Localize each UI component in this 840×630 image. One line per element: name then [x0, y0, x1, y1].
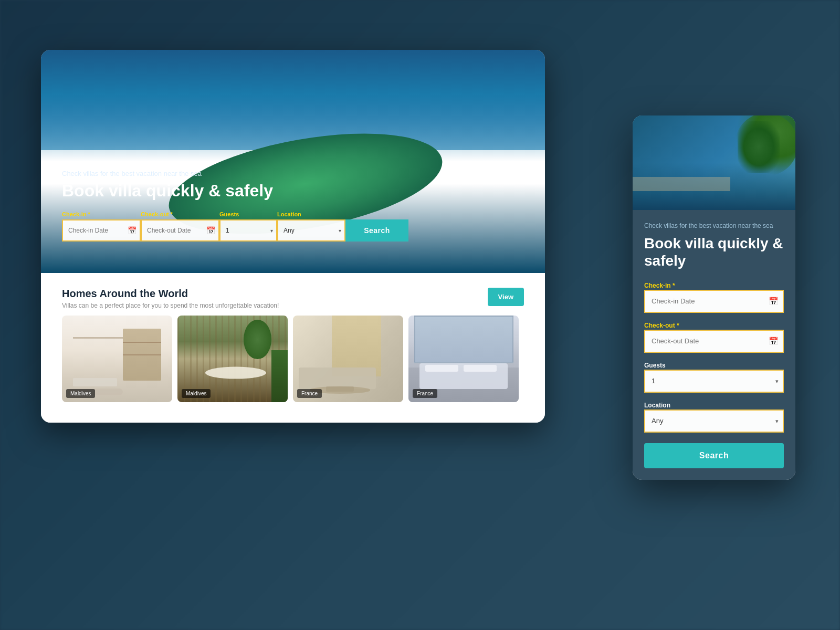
section-subtitle: Villas can be a perfect place for you to… — [62, 302, 279, 309]
hero-title: Book villa quickly & safely — [62, 181, 524, 201]
plants — [244, 320, 271, 359]
checkin-input-wrapper: 📅 — [62, 219, 141, 242]
card-location-tag: Maldives — [182, 389, 211, 398]
search-button[interactable]: Search — [345, 219, 408, 242]
guests-select[interactable]: 1 2 3 4 5+ — [219, 219, 277, 242]
floating-location-select[interactable]: Any Maldives France Italy Spain — [644, 410, 784, 433]
floating-checkout-input[interactable] — [644, 330, 784, 353]
sofa — [299, 368, 376, 389]
guests-label: Guests — [219, 211, 277, 217]
checkout-label: Check-out * — [141, 211, 219, 217]
guests-group: Guests 1 2 3 4 5+ ▾ — [219, 211, 277, 242]
checkout-input-wrapper: 📅 — [141, 219, 219, 242]
property-card[interactable]: Maldives — [62, 316, 172, 402]
floating-booking-card: Check villas for the best vacation near … — [633, 116, 795, 480]
floating-checkin-wrapper: 📅 — [644, 290, 784, 313]
outdoor-tub — [205, 366, 266, 379]
card-location-tag: Maldives — [66, 389, 95, 398]
beach-sand — [633, 177, 730, 191]
floating-subtitle: Check villas for the best vacation near … — [644, 222, 784, 230]
checkin-label: Check-in * — [62, 211, 141, 217]
section-header: Homes Around the World Villas can be a p… — [62, 288, 524, 309]
floating-guests-select-wrapper: 1 2 3 4 5+ ▾ — [644, 370, 784, 393]
property-grid: Maldives Maldives — [62, 316, 524, 402]
floating-checkout-group: Check-out * 📅 — [644, 320, 784, 353]
search-bar: Check-in * 📅 Check-out * — [62, 211, 524, 242]
floating-location-group: Location Any Maldives France Italy Spain… — [644, 400, 784, 433]
view-all-button[interactable]: View — [488, 288, 524, 306]
floating-location-label: Location — [644, 402, 670, 409]
floating-checkout-label: Check-out * — [644, 322, 679, 329]
checkin-input[interactable] — [62, 219, 141, 242]
pillow-left — [425, 365, 458, 372]
main-browser-card: Check villas for the best vacation near … — [41, 50, 545, 423]
sink — [73, 378, 117, 387]
property-card[interactable]: France — [293, 316, 403, 402]
property-card[interactable]: France — [408, 316, 519, 402]
floating-checkin-input[interactable] — [644, 290, 784, 313]
floating-guests-select[interactable]: 1 2 3 4 5+ — [644, 370, 784, 393]
location-group: Location Any Maldives France Italy Spain… — [277, 211, 345, 242]
floating-location-select-wrapper: Any Maldives France Italy Spain ▾ — [644, 410, 784, 433]
card-location-tag: France — [413, 389, 437, 398]
content-section: Homes Around the World Villas can be a p… — [41, 273, 545, 423]
floating-guests-group: Guests 1 2 3 4 5+ ▾ — [644, 360, 784, 393]
floating-checkout-wrapper: 📅 — [644, 330, 784, 353]
floating-search-button[interactable]: Search — [644, 443, 784, 468]
guests-select-wrapper: 1 2 3 4 5+ ▾ — [219, 219, 277, 242]
card-location-tag: France — [297, 389, 322, 398]
floating-guests-label: Guests — [644, 362, 666, 369]
floating-checkin-group: Check-in * 📅 — [644, 280, 784, 313]
floating-checkin-label: Check-in * — [644, 282, 675, 289]
location-select[interactable]: Any Maldives France Italy Spain — [277, 219, 345, 242]
hero-overlay: Check villas for the best vacation near … — [62, 170, 524, 242]
checkin-group: Check-in * 📅 — [62, 211, 141, 242]
floating-card-hero — [633, 116, 795, 210]
location-select-wrapper: Any Maldives France Italy Spain ▾ — [277, 219, 345, 242]
checkout-group: Check-out * 📅 — [141, 211, 219, 242]
section-title: Homes Around the World — [62, 288, 279, 300]
pillow-right — [464, 365, 497, 372]
location-label: Location — [277, 211, 345, 217]
hero-section: Check villas for the best vacation near … — [41, 50, 545, 273]
floating-card-body: Check villas for the best vacation near … — [633, 210, 795, 480]
floating-title: Book villa quickly & safely — [644, 235, 784, 270]
large-windows — [414, 316, 513, 363]
plant-stem — [271, 350, 288, 402]
hero-subtitle: Check villas for the best vacation near … — [62, 170, 524, 177]
checkout-input[interactable] — [141, 219, 219, 242]
section-text-group: Homes Around the World Villas can be a p… — [62, 288, 279, 309]
property-card[interactable]: Maldives — [177, 316, 288, 402]
